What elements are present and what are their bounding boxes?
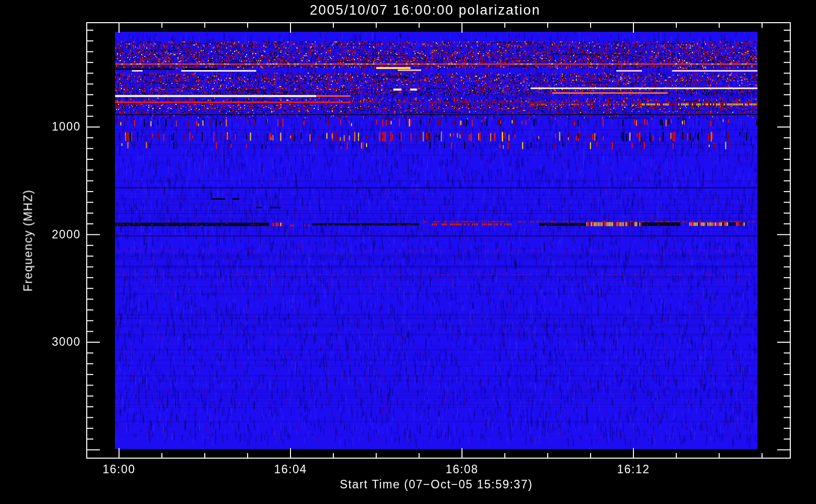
x-axis-label: Start Time (07−Oct−05 15:59:37): [340, 478, 533, 491]
x-tick-label: 16:00: [102, 463, 135, 476]
x-tick-label: 16:12: [617, 463, 650, 476]
y-axis-label: Frequency (MHZ): [22, 190, 35, 292]
y-tick-label: 2000: [44, 227, 81, 241]
x-tick-label: 16:08: [445, 463, 478, 476]
spectrogram-figure: 2005/10/07 16:00:00 polarization Frequen…: [0, 0, 816, 504]
y-tick-label: 3000: [44, 335, 81, 349]
spectrogram-canvas: [0, 0, 816, 504]
x-tick-label: 16:04: [274, 463, 307, 476]
plot-title: 2005/10/07 16:00:00 polarization: [310, 3, 540, 18]
y-tick-label: 1000: [44, 120, 81, 134]
